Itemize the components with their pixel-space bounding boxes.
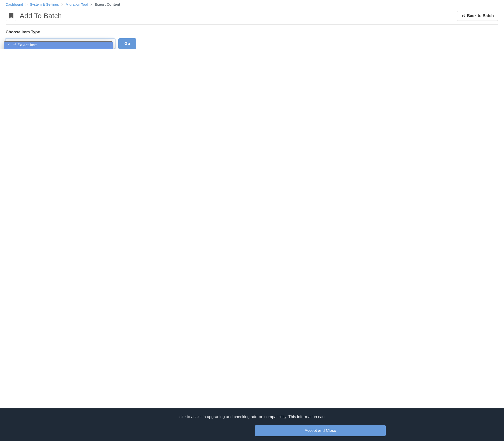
choose-item-type-label: Choose Item Type bbox=[6, 30, 498, 34]
breadcrumb-sep: > bbox=[90, 2, 92, 6]
dropdown-option-select-item[interactable]: ** Select Item bbox=[4, 42, 113, 49]
breadcrumb-sep: > bbox=[25, 2, 27, 6]
breadcrumb-system-settings[interactable]: System & Settings bbox=[30, 2, 59, 6]
breadcrumb-dashboard[interactable]: Dashboard bbox=[6, 2, 23, 6]
breadcrumb-sep: > bbox=[61, 2, 63, 6]
breadcrumb: Dashboard > System & Settings > Migratio… bbox=[6, 2, 498, 6]
go-button[interactable]: Go bbox=[118, 38, 136, 49]
breadcrumb-current: Export Content bbox=[94, 2, 120, 6]
back-to-batch-button[interactable]: Back to Batch bbox=[457, 11, 498, 21]
item-type-dropdown[interactable]: ** Select Item Attribute Categories Attr… bbox=[4, 41, 113, 49]
page-title: Add To Batch bbox=[20, 12, 62, 20]
double-chevron-left-icon bbox=[461, 14, 465, 17]
back-to-batch-label: Back to Batch bbox=[467, 14, 494, 18]
breadcrumb-migration-tool[interactable]: Migration Tool bbox=[66, 2, 87, 6]
dropdown-option-attribute-categories[interactable]: Attribute Categories bbox=[4, 49, 113, 49]
page-header: Add To Batch Back to Batch bbox=[6, 11, 498, 25]
bookmark-icon bbox=[6, 11, 16, 21]
